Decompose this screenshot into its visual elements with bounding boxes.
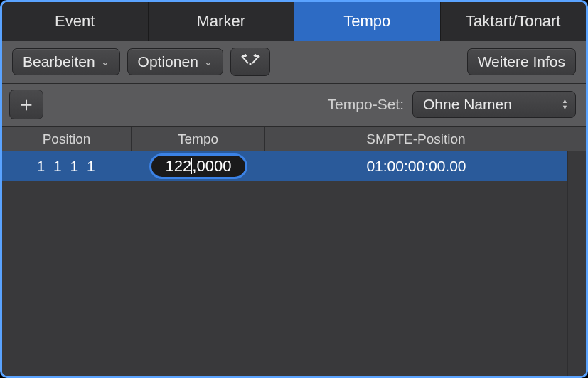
header-scroll-gutter	[567, 127, 586, 151]
tempo-value-after-cursor: ,0000	[192, 157, 231, 176]
cell-smpte[interactable]: 01:00:00:00.00	[265, 151, 567, 181]
tempo-set-select[interactable]: Ohne Namen ▲▼	[412, 91, 576, 118]
edit-menu-button[interactable]: Bearbeiten ⌄	[12, 48, 120, 75]
column-headers: Position Tempo SMPTE-Position	[2, 127, 586, 151]
tempo-edit-field[interactable]: 122,0000	[149, 153, 248, 179]
filter-icon-button[interactable]	[230, 48, 270, 76]
more-info-button[interactable]: Weitere Infos	[467, 48, 576, 75]
tab-label: Event	[55, 12, 95, 31]
main-tabbar: Event Marker Tempo Taktart/Tonart	[2, 2, 586, 40]
stepper-icon: ▲▼	[562, 98, 568, 111]
svg-point-0	[249, 63, 251, 65]
header-tempo[interactable]: Tempo	[132, 127, 265, 151]
tempo-list: 1 1 1 1 122,0000 01:00:00:00.00	[2, 151, 586, 376]
tempo-set-label: Tempo-Set:	[328, 96, 404, 113]
tab-tempo[interactable]: Tempo	[294, 2, 441, 40]
cell-position[interactable]: 1 1 1 1	[2, 151, 132, 181]
vertical-scrollbar[interactable]	[567, 151, 586, 376]
options-menu-button[interactable]: Optionen ⌄	[127, 48, 223, 75]
smpte-value: 01:00:00:00.00	[366, 158, 466, 175]
tempo-set-value: Ohne Namen	[423, 96, 512, 113]
chevron-down-icon: ⌄	[204, 56, 213, 68]
toolbar: Bearbeiten ⌄ Optionen ⌄ Weitere Infos	[2, 40, 586, 84]
tab-marker[interactable]: Marker	[149, 2, 295, 40]
table-row[interactable]: 1 1 1 1 122,0000 01:00:00:00.00	[2, 151, 567, 181]
tab-label: Tempo	[343, 12, 390, 31]
filter-icon	[240, 54, 261, 70]
add-button[interactable]: ＋	[9, 90, 43, 119]
tempo-list-body: 1 1 1 1 122,0000 01:00:00:00.00	[2, 151, 567, 376]
more-info-label: Weitere Infos	[478, 53, 565, 70]
edit-menu-label: Bearbeiten	[23, 53, 95, 70]
plus-icon: ＋	[16, 91, 36, 118]
tab-label: Taktart/Tonart	[466, 12, 560, 31]
tempo-list-window: Event Marker Tempo Taktart/Tonart Bearbe…	[0, 0, 588, 378]
position-value: 1 1 1 1	[36, 158, 97, 175]
options-menu-label: Optionen	[138, 53, 198, 70]
tempo-set-row: ＋ Tempo-Set: Ohne Namen ▲▼	[2, 84, 586, 127]
tab-event[interactable]: Event	[2, 2, 149, 40]
tab-label: Marker	[197, 12, 245, 31]
tab-signature[interactable]: Taktart/Tonart	[441, 2, 587, 40]
header-position[interactable]: Position	[2, 127, 132, 151]
cell-tempo[interactable]: 122,0000	[132, 151, 265, 181]
tempo-value-before-cursor: 122	[166, 157, 192, 176]
header-smpte[interactable]: SMPTE-Position	[265, 127, 567, 151]
chevron-down-icon: ⌄	[101, 56, 109, 68]
